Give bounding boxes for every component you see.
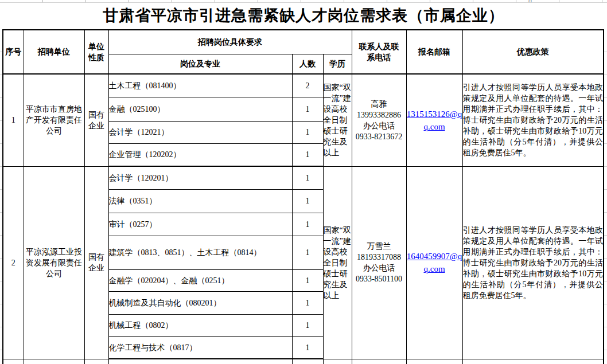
degree-cell: 国家“双一流”建设高校全日制硕士研究生及以上 xyxy=(323,166,352,359)
count-cell: 1 xyxy=(292,143,323,166)
col-header-policy: 优惠政策 xyxy=(462,30,604,74)
count-cell: 1 xyxy=(292,189,323,213)
position-cell: 法律（0351） xyxy=(108,189,292,213)
position-cell: 企业管理（120202） xyxy=(108,143,292,166)
position-cell: 土木工程（081400） xyxy=(108,74,292,97)
clipped-next-row xyxy=(3,359,604,364)
empty-cell xyxy=(84,359,108,364)
position-cell: 机械制造及其自动化（080201） xyxy=(108,291,292,314)
email-link[interactable]: 1640459907@qq.com xyxy=(407,250,462,275)
col-header-xuhao: 序号 xyxy=(3,30,24,74)
email-cell: 1315153126@qq.com xyxy=(406,74,462,166)
position-cell: 化学工程与技术（0817） xyxy=(108,336,292,359)
position-cell: 审计（0257） xyxy=(108,213,292,236)
email-cell: 1640459907@qq.com xyxy=(406,166,462,359)
position-cell: 金融学（020204）、金融（0251） xyxy=(108,269,292,291)
row-index-cell: 2 xyxy=(3,166,24,359)
degree-cell: 国家“双一流”建设高校全日制硕士研究生及以上 xyxy=(323,74,352,166)
col-header-count: 人数 xyxy=(292,54,323,74)
unit-name-cell: 平凉泓源工业投资发展有限责任公司 xyxy=(24,166,84,359)
empty-cell xyxy=(323,359,352,364)
empty-cell xyxy=(352,359,406,364)
count-cell: 1 xyxy=(292,166,323,189)
count-cell: 1 xyxy=(292,291,323,314)
empty-cell xyxy=(3,359,24,364)
count-cell: 1 xyxy=(292,269,323,291)
page-title: 甘肃省平凉市引进急需紧缺人才岗位需求表（市属企业） xyxy=(0,2,607,29)
col-header-contact: 联系人及联系电话 xyxy=(352,30,406,74)
contact-cell: 万雪兰 18193317088 办公电话 0933-8501100 xyxy=(352,166,406,359)
row-index-cell: 1 xyxy=(3,74,24,166)
col-header-unit: 招聘单位 xyxy=(24,30,84,74)
empty-cell xyxy=(292,359,323,364)
position-cell: 金融（025100） xyxy=(108,97,292,121)
count-cell: 1 xyxy=(292,97,323,121)
policy-cell: 引进人才按照同等学历人员享受本地政策规定及用人单位配套的待遇。一年试用期满并正式… xyxy=(462,74,604,166)
unit-nature-cell: 国有企业 xyxy=(84,74,108,166)
empty-cell xyxy=(24,359,84,364)
contact-cell: 高雅 13993382886 办公电话 0933-8213672 xyxy=(352,74,406,166)
col-header-requirements-group: 招聘岗位具体要求 xyxy=(108,30,352,54)
count-cell: 1 xyxy=(292,314,323,336)
count-cell: 1 xyxy=(292,121,323,143)
col-header-email: 报名邮箱 xyxy=(406,30,462,74)
email-link[interactable]: 1315153126@qq.com xyxy=(407,108,462,133)
unit-name-cell: 平凉市市直房地产开发有限责任公司 xyxy=(24,74,84,166)
count-cell: 1 xyxy=(292,213,323,236)
count-cell: 1 xyxy=(292,336,323,359)
empty-cell xyxy=(462,359,604,364)
unit-nature-cell: 国有企业 xyxy=(84,166,108,359)
empty-cell xyxy=(108,359,292,364)
count-cell: 1 xyxy=(292,236,323,269)
position-cell: 机械工程（0802） xyxy=(108,314,292,336)
position-cell: 会计学（12021） xyxy=(108,121,292,143)
col-header-position: 岗位及专业 xyxy=(108,54,292,74)
position-cell: 会计学（120201） xyxy=(108,166,292,189)
policy-cell: 引进人才按照同等学历人员享受本地政策规定及用人单位配套的待遇。一年试用期满并正式… xyxy=(462,166,604,359)
spreadsheet-screenshot: g 甘肃省平凉市引进急需紧缺人才岗位需求表（市属企业） 序号 招聘单位 单位性质… xyxy=(0,0,607,364)
col-header-nature: 单位性质 xyxy=(84,30,108,74)
position-cell: 建筑学（0813、0851）、土木工程（0814） xyxy=(108,236,292,269)
empty-cell xyxy=(406,359,462,364)
recruitment-table: 序号 招聘单位 单位性质 招聘岗位具体要求 联系人及联系电话 报名邮箱 优惠政策… xyxy=(2,29,604,364)
col-header-degree: 学历 xyxy=(323,54,352,74)
count-cell: 2 xyxy=(292,74,323,97)
